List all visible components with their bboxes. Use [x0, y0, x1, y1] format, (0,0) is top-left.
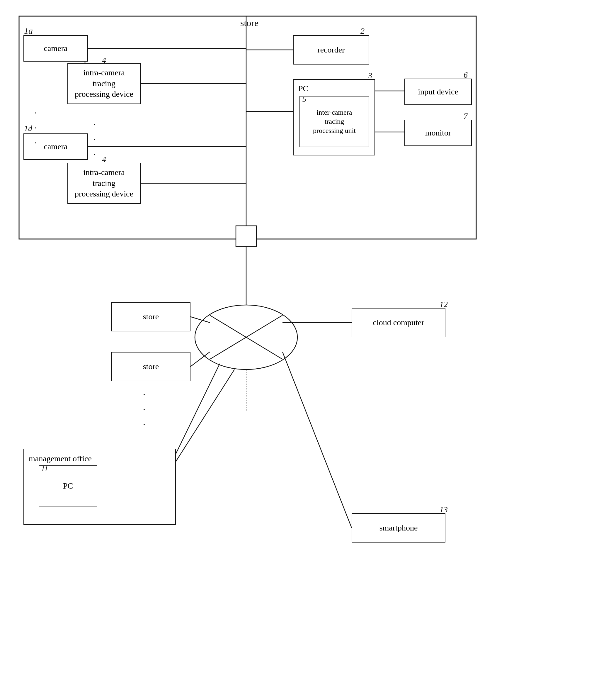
store2-box: store [111, 352, 190, 381]
svg-line-21 [190, 352, 210, 367]
dots-stores: ··· [143, 387, 145, 432]
inter-camera-ref: 5 [303, 95, 306, 104]
cloud-computer-box: cloud computer [352, 308, 445, 337]
intra-camera-top-ref: 4 [102, 56, 106, 65]
monitor-ref: 7 [463, 112, 468, 121]
pc-ref: 3 [368, 71, 372, 80]
intra-camera-top-label: intra-cameratracingprocessing device [75, 67, 133, 100]
store1-label: store [143, 311, 159, 322]
store1-box: store [111, 302, 190, 331]
diagram: store camera 1a intra-cameratracingproce… [0, 0, 589, 700]
camera-1a-ref: 1a [24, 26, 33, 36]
svg-line-24 [282, 352, 352, 528]
smartphone-label: smartphone [380, 523, 418, 533]
store2-label: store [143, 361, 159, 372]
intra-camera-top-box: intra-cameratracingprocessing device [67, 63, 141, 104]
camera-1a-box: camera [23, 35, 88, 61]
cloud-computer-ref: 12 [439, 300, 448, 309]
camera-1d-ref: 1d [24, 124, 32, 133]
monitor-box: monitor [404, 120, 472, 146]
dots-cameras: ··· [35, 106, 37, 151]
smartphone-box: smartphone [352, 513, 445, 543]
intra-camera-bottom-label: intra-cameratracingprocessing device [75, 167, 133, 199]
input-device-box: input device [404, 79, 472, 105]
recorder-label: recorder [317, 44, 345, 55]
smartphone-ref: 13 [439, 505, 448, 514]
intra-camera-bottom-box: intra-cameratracingprocessing device [67, 163, 141, 204]
recorder-box: recorder [293, 35, 369, 64]
camera-1a-label: camera [44, 43, 68, 54]
management-office-label: management office [29, 453, 92, 464]
recorder-ref: 2 [360, 26, 365, 36]
intra-camera-bottom-ref: 4 [102, 155, 106, 164]
inter-camera-box: inter-cameratracingprocessing unit [300, 96, 369, 147]
cloud-computer-label: cloud computer [373, 317, 424, 328]
monitor-label: monitor [425, 128, 451, 138]
pc-11-label: PC [63, 481, 73, 491]
camera-1d-box: camera [23, 133, 88, 160]
camera-1d-label: camera [44, 141, 68, 152]
pc-label: PC [298, 83, 308, 94]
input-device-ref: 6 [463, 71, 468, 80]
dots-intra: ··· [93, 117, 95, 162]
pc-11-ref: 11 [41, 464, 48, 474]
store-title-label: store [240, 18, 258, 28]
management-office-box: management office PC 11 [23, 449, 176, 525]
pc-box: PC inter-cameratracingprocessing unit 5 [293, 79, 375, 155]
svg-rect-15 [236, 226, 256, 246]
inter-camera-label: inter-cameratracingprocessing unit [313, 108, 356, 135]
input-device-label: input device [418, 87, 458, 97]
